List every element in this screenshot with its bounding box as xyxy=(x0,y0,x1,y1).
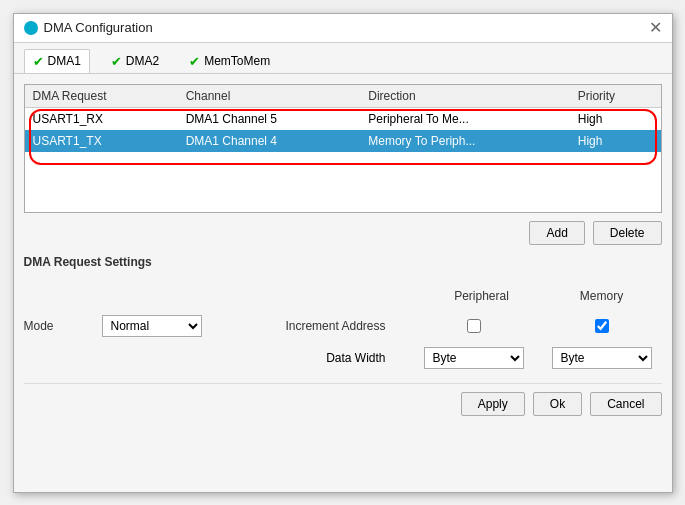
content-area: DMA Request Channel Direction Priority U… xyxy=(14,74,672,426)
dma-request-settings: DMA Request Settings Peripheral Memory M… xyxy=(24,255,662,369)
peripheral-increment-checkbox-cell xyxy=(414,319,534,333)
cell-direction-1: Memory To Periph... xyxy=(360,130,569,152)
table-row-empty-1 xyxy=(25,152,661,172)
peripheral-increment-checkbox[interactable] xyxy=(467,319,481,333)
cell-direction-0: Peripheral To Me... xyxy=(360,107,569,130)
table-row-empty-3 xyxy=(25,192,661,212)
col-header-dma-request: DMA Request xyxy=(25,85,178,108)
add-delete-row: Add Delete xyxy=(24,221,662,245)
title-bar: DMA Configuration ✕ xyxy=(14,14,672,43)
memory-header: Memory xyxy=(542,289,662,303)
settings-section-title: DMA Request Settings xyxy=(24,255,662,269)
memory-increment-checkbox[interactable] xyxy=(595,319,609,333)
tab-memtomem[interactable]: ✔ MemToMem xyxy=(180,49,279,73)
peripheral-header: Peripheral xyxy=(422,289,542,303)
cell-priority-0: High xyxy=(570,107,661,130)
apply-button[interactable]: Apply xyxy=(461,392,525,416)
settings-header-row: Peripheral Memory xyxy=(24,289,662,303)
table-row-empty-2 xyxy=(25,172,661,192)
dma-configuration-window: DMA Configuration ✕ ✔ DMA1 ✔ DMA2 ✔ MemT… xyxy=(13,13,673,493)
cell-dma-request-1: USART1_TX xyxy=(25,130,178,152)
dma-table-container: DMA Request Channel Direction Priority U… xyxy=(24,84,662,213)
window-title: DMA Configuration xyxy=(44,20,153,35)
cancel-button[interactable]: Cancel xyxy=(590,392,661,416)
dma-icon xyxy=(24,21,38,35)
memory-width-wrap: Byte Half Word Word xyxy=(542,347,662,369)
col-header-direction: Direction xyxy=(360,85,569,108)
peripheral-width-select[interactable]: Byte Half Word Word xyxy=(424,347,524,369)
title-bar-left: DMA Configuration xyxy=(24,20,153,35)
col-header-priority: Priority xyxy=(570,85,661,108)
table-header-row: DMA Request Channel Direction Priority xyxy=(25,85,661,108)
tab-dma1-check: ✔ xyxy=(33,54,44,69)
increment-address-label: Increment Address xyxy=(210,319,406,333)
cell-dma-request-0: USART1_RX xyxy=(25,107,178,130)
tab-dma2-check: ✔ xyxy=(111,54,122,69)
tabs-bar: ✔ DMA1 ✔ DMA2 ✔ MemToMem xyxy=(14,43,672,74)
tab-dma1[interactable]: ✔ DMA1 xyxy=(24,49,90,73)
tab-memtomem-label: MemToMem xyxy=(204,54,270,68)
mode-label: Mode xyxy=(24,319,94,333)
cell-channel-0: DMA1 Channel 5 xyxy=(178,107,361,130)
mode-select[interactable]: Normal Circular xyxy=(102,315,202,337)
ok-button[interactable]: Ok xyxy=(533,392,582,416)
close-button[interactable]: ✕ xyxy=(649,20,662,36)
tab-dma2-label: DMA2 xyxy=(126,54,159,68)
add-button[interactable]: Add xyxy=(529,221,584,245)
memory-width-select[interactable]: Byte Half Word Word xyxy=(552,347,652,369)
cell-channel-1: DMA1 Channel 4 xyxy=(178,130,361,152)
delete-button[interactable]: Delete xyxy=(593,221,662,245)
mode-and-increment-row: Mode Normal Circular Increment Address xyxy=(24,315,662,337)
col-header-channel: Channel xyxy=(178,85,361,108)
data-width-label: Data Width xyxy=(24,351,406,365)
footer-button-row: Apply Ok Cancel xyxy=(24,383,662,416)
tab-dma2[interactable]: ✔ DMA2 xyxy=(102,49,168,73)
tab-dma1-label: DMA1 xyxy=(48,54,81,68)
dma-table: DMA Request Channel Direction Priority U… xyxy=(25,85,661,212)
table-row[interactable]: USART1_TX DMA1 Channel 4 Memory To Perip… xyxy=(25,130,661,152)
tab-memtomem-check: ✔ xyxy=(189,54,200,69)
data-width-row: Data Width Byte Half Word Word Byte Half… xyxy=(24,347,662,369)
cell-priority-1: High xyxy=(570,130,661,152)
peripheral-width-wrap: Byte Half Word Word xyxy=(414,347,534,369)
table-row[interactable]: USART1_RX DMA1 Channel 5 Peripheral To M… xyxy=(25,107,661,130)
memory-increment-checkbox-cell xyxy=(542,319,662,333)
